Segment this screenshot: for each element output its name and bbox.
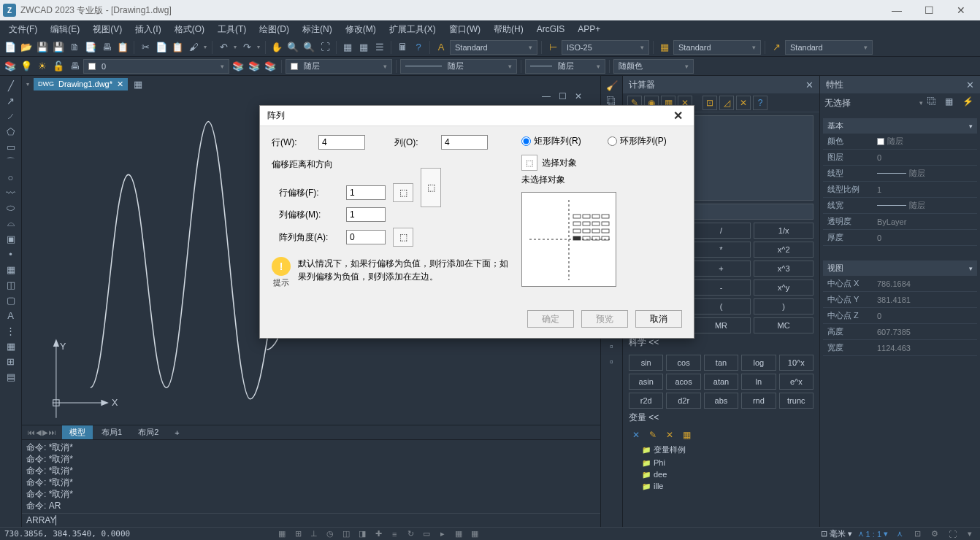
calc-btn[interactable]: x^2	[754, 242, 814, 258]
ptb-icon[interactable]: ⚡	[962, 96, 976, 109]
var-tb-icon[interactable]: ✕	[629, 428, 643, 442]
text-style-dropdown[interactable]: Standard▾	[450, 40, 537, 55]
dim-style-dropdown[interactable]: ISO-25▾	[562, 40, 649, 55]
circle-icon[interactable]: ○	[4, 171, 18, 184]
preview-button[interactable]: 预览	[581, 310, 628, 328]
calc-btn[interactable]: d2r	[666, 393, 700, 409]
zoomall-icon[interactable]: ⛶	[318, 40, 332, 55]
layerprops-icon[interactable]: 📚	[231, 59, 245, 74]
region-icon[interactable]: ▢	[4, 293, 18, 306]
point-icon[interactable]: •	[4, 247, 18, 261]
cycle-icon[interactable]: ↻	[405, 528, 416, 540]
calc-btn[interactable]: +	[692, 261, 751, 277]
menu-help[interactable]: 帮助(H)	[488, 22, 529, 37]
leader-style-icon[interactable]: ↗	[769, 40, 784, 55]
rectangle-icon[interactable]: ▭	[4, 140, 18, 153]
dock-close-icon[interactable]: ✕	[573, 90, 584, 102]
chevron-down-icon[interactable]: ▾	[919, 99, 923, 107]
snap-icon[interactable]: ⊞	[292, 528, 304, 540]
var-item[interactable]: dee	[629, 468, 814, 480]
row-offset-input[interactable]	[346, 185, 386, 200]
props-row[interactable]: 高度607.7385	[823, 324, 977, 340]
color-dropdown[interactable]: 随层▾	[286, 59, 392, 74]
polar-icon[interactable]: ◷	[324, 528, 336, 540]
menu-tools[interactable]: 工具(T)	[212, 22, 252, 37]
table-draw-icon[interactable]: ▦	[4, 339, 18, 352]
var-tb-icon[interactable]: ▦	[679, 428, 694, 442]
props-row[interactable]: 图层0	[823, 150, 977, 166]
calc-btn[interactable]: log	[741, 355, 776, 371]
redo-icon[interactable]: ↷	[240, 40, 254, 55]
menu-view[interactable]: 视图(V)	[87, 22, 128, 37]
rows-input[interactable]	[318, 135, 365, 150]
grid-icon[interactable]: ▦	[276, 528, 288, 540]
var-item[interactable]: Phi	[629, 457, 814, 468]
layer-icon[interactable]: 📚	[3, 59, 18, 74]
menu-insert[interactable]: 插入(I)	[129, 22, 166, 37]
calc-btn[interactable]: sin	[629, 355, 663, 371]
calc-btn[interactable]: MR	[692, 317, 751, 333]
ellipse-icon[interactable]: ⬭	[4, 201, 18, 215]
minimize-button[interactable]: —	[881, 0, 913, 20]
wipeout-icon[interactable]: ▤	[4, 370, 18, 383]
dim-style-icon[interactable]: ⊢	[545, 40, 560, 55]
chevron-icon[interactable]: ▾	[204, 44, 207, 50]
menu-annotate[interactable]: 标注(N)	[296, 22, 338, 37]
polyline-icon[interactable]: ⟋	[4, 109, 18, 123]
open-icon[interactable]: 📂	[19, 40, 34, 55]
dyn-icon[interactable]: ✚	[372, 528, 384, 540]
freeze-icon[interactable]: ☀	[35, 59, 50, 74]
props-row[interactable]: 宽度1124.463	[823, 340, 977, 356]
menu-file[interactable]: 文件(F)	[3, 22, 43, 37]
ellipsearc-icon[interactable]: ⌓	[4, 217, 18, 230]
var-tb-icon[interactable]: ✎	[646, 428, 660, 442]
plotstyle-dropdown[interactable]: 随颜色▾	[613, 59, 694, 74]
calc-btn[interactable]: rnd	[741, 393, 776, 409]
calc-btn[interactable]: trunc	[779, 393, 814, 409]
calc-btn[interactable]: tan	[704, 355, 738, 371]
calc-tb-icon[interactable]: ◿	[719, 96, 734, 110]
publish-icon[interactable]: 📋	[115, 40, 130, 55]
tab-add[interactable]: +	[167, 427, 186, 439]
saveall-icon[interactable]: 💾	[51, 40, 66, 55]
sb-icon[interactable]: ⋏	[894, 528, 906, 540]
sb-icon[interactable]: ⛶	[946, 528, 958, 540]
ray-icon[interactable]: ↗	[4, 94, 18, 107]
cancel-button[interactable]: 取消	[635, 310, 682, 328]
zoom-icon[interactable]: 🔍	[286, 40, 300, 55]
t3-icon[interactable]: ▫	[605, 339, 619, 352]
otrack-icon[interactable]: ◨	[356, 528, 368, 540]
calc-btn[interactable]: acos	[666, 374, 700, 390]
help-icon[interactable]: ?	[411, 40, 426, 55]
calc-btn[interactable]: (	[692, 298, 751, 315]
plot-layer-icon[interactable]: 🖶	[67, 59, 82, 74]
props-row[interactable]: 线型随层	[823, 166, 977, 182]
menu-arcgis[interactable]: ArcGIS	[531, 23, 571, 36]
new-tab-icon[interactable]: ▦	[131, 77, 145, 91]
ortho-icon[interactable]: ⊥	[308, 528, 320, 540]
new-icon[interactable]: 📄	[3, 40, 18, 55]
line-icon[interactable]: ╱	[4, 79, 18, 92]
calc-btn[interactable]: atan	[704, 374, 738, 390]
calc-btn[interactable]: e^x	[779, 374, 814, 390]
osnap-icon[interactable]: ◫	[340, 528, 352, 540]
sb-icon[interactable]: ⊡	[911, 528, 923, 540]
spline-icon[interactable]: 〰	[4, 186, 18, 199]
var-tb-icon[interactable]: ✕	[662, 428, 677, 442]
erase-icon[interactable]: 🧹	[605, 79, 619, 92]
pick-row-offset-button[interactable]: ⬚	[393, 183, 413, 202]
close-tab-icon[interactable]: ✕	[117, 80, 123, 89]
lwt-icon[interactable]: ≡	[388, 528, 400, 540]
props-section-view[interactable]: 视图▾	[823, 261, 977, 276]
text-style-icon[interactable]: A	[434, 40, 448, 55]
ok-button[interactable]: 确定	[527, 310, 574, 328]
angle-input[interactable]	[346, 230, 386, 244]
tab-layout1[interactable]: 布局1	[94, 425, 129, 439]
more2-icon[interactable]: ▦	[453, 528, 464, 540]
props-row[interactable]: 颜色随层	[823, 134, 977, 150]
undo-icon[interactable]: ↶	[216, 40, 231, 55]
layer-dropdown[interactable]: 0▾	[83, 59, 229, 74]
leader-style-dropdown[interactable]: Standard▾	[785, 40, 873, 55]
save-icon[interactable]: 💾	[35, 40, 50, 55]
pan-icon[interactable]: ✋	[269, 40, 284, 55]
